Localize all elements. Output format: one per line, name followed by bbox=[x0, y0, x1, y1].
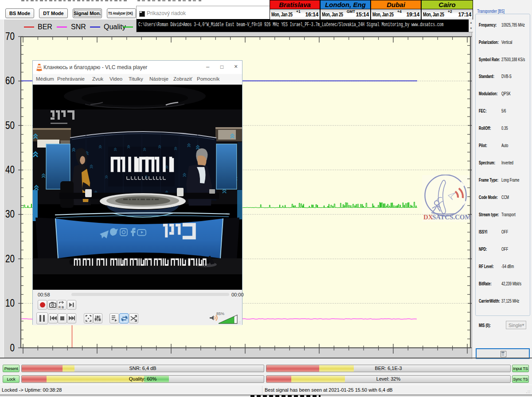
svg-text:85%: 85% bbox=[216, 311, 224, 316]
svg-text:R: R bbox=[59, 306, 61, 309]
svg-text:B: B bbox=[62, 306, 64, 309]
